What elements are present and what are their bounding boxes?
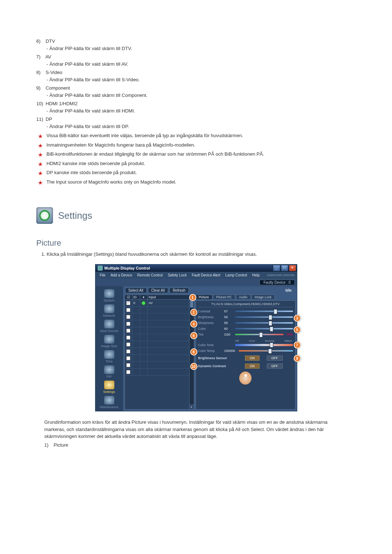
callout-2: 2 [190,309,197,316]
sidebar-item-system[interactable]: System [95,288,123,303]
row-checkbox[interactable] [126,308,130,312]
scroll-down-icon[interactable]: ▾ [189,405,194,409]
brightness-sensor-on[interactable]: ON [245,356,260,361]
tint-left: G50 [224,333,235,336]
list-item: 11) DP- Ändrar PIP-källa för vald skärm … [36,116,356,130]
row-status-icon [142,301,146,305]
callout-3: 3 [294,315,301,322]
sidebar-item-image-size[interactable]: Image Size [95,333,123,349]
slider-sharpness[interactable] [235,322,293,324]
window-titlebar[interactable]: Multiple Display Control _ □ × [95,264,297,272]
slider-color[interactable] [235,328,293,329]
star-icon: ★ [38,151,43,159]
list-item: 10) HDMI 1/HDMI2- Ändrar PIP-källa för v… [36,100,356,114]
sidebar-item-time[interactable]: Time [95,349,123,364]
callout-9: 9 [294,355,301,362]
refresh-button[interactable]: Refresh [170,288,189,293]
note-item: ★BiB-kontrollfunktionen är endast tillgä… [38,151,356,158]
time-icon [104,350,114,359]
tab-image-lock[interactable]: Image Lock [252,295,275,300]
list-number: 8) [36,69,44,76]
list-number: 10) [36,100,44,107]
slider-contrast[interactable] [235,311,293,312]
menu-remote-control[interactable]: Remote Control [135,272,165,278]
note-item: ★Inmatningsenheten för MagicInfo fungera… [38,141,356,149]
slider-value-sharpness: 58 [224,321,235,325]
brightness-sensor-off[interactable]: OFF [267,356,283,361]
grid-header-check[interactable]: ☑ [125,295,132,299]
list-number: 6) [36,38,44,45]
clear-all-button[interactable]: Clear All [148,288,168,293]
list-number: 11) [36,116,44,123]
tab-picture-pc[interactable]: Picture PC [213,295,235,300]
grid-header-input: Input [148,295,194,299]
slider-colortemp[interactable] [239,350,293,352]
row-id: 0 [132,300,140,306]
menu-safety-lock[interactable]: Safety Lock [166,272,189,278]
slider-label-colortemp: Color Temp [198,349,224,353]
expand-arrow-icon[interactable] [239,372,252,385]
note-item: ★Vissa BiB-källor kan eventuellt inte vä… [38,132,356,139]
sidebar-item-network[interactable]: Network [95,303,123,318]
star-icon: ★ [38,169,43,178]
image-size-icon [104,335,114,344]
row-checkbox[interactable] [126,329,130,333]
dynamic-contrast-off[interactable]: OFF [267,364,283,369]
minimize-button[interactable]: _ [273,265,280,271]
star-icon: ★ [38,178,43,187]
menu-lamp-control[interactable]: Lamp Control [223,272,249,278]
row-checkbox[interactable]: ✓ [126,301,130,305]
toggle-label-brightness-sensor: Brightness Sensor [198,356,235,360]
slider-brightness[interactable] [235,316,293,318]
settings-section-icon [36,207,53,224]
select-all-button[interactable]: Select All [125,288,147,293]
slider-colortone[interactable] [235,344,293,346]
row-checkbox[interactable] [126,363,130,367]
callout-10: 10 [190,363,197,370]
list-description: - Ändrar PIP-källa för vald skärm till H… [36,107,356,115]
row-input: AV [148,300,194,306]
menu-file[interactable]: File [98,272,108,278]
row-checkbox[interactable] [126,356,130,360]
mdc-app-window: Multiple Display Control _ □ × File Add … [95,264,297,411]
row-checkbox[interactable] [126,342,130,346]
sidebar-item-maintenance[interactable]: Maintenance [95,394,123,410]
footer-list-number: 1) [44,442,52,448]
menu-help[interactable]: Help [250,272,262,278]
close-button[interactable]: × [289,265,296,271]
picture-panel: TV,AV,S-Video,Component,HDMI1,HDMI2,DTV … [196,300,295,410]
list-title: Component [46,85,70,91]
system-icon [104,289,114,298]
pip-icon [104,365,114,374]
tab-picture[interactable]: Picture [196,295,212,300]
list-title: AV [45,54,51,59]
row-checkbox[interactable] [126,370,130,374]
row-checkbox[interactable] [126,322,130,326]
sidebar-item-pip[interactable]: PIP [95,364,123,379]
grid-row[interactable]: ✓ 0 AV [125,300,194,307]
slider-label-color: Color [198,327,224,331]
menu-add-device[interactable]: Add a Device [109,272,134,278]
list-title: HDMI 1/HDMI2 [46,101,78,106]
row-checkbox[interactable] [126,336,130,340]
list-item: 8) S-Video- Ändrar PIP-källa för vald sk… [36,69,356,83]
list-item: 7) AV- Ändrar PIP-källa för vald skärm t… [36,53,356,67]
maximize-button[interactable]: □ [281,265,288,271]
row-checkbox[interactable] [126,349,130,353]
sidebar-item-input-source[interactable]: Input Source [95,318,123,333]
list-title: DP [46,116,52,122]
sidebar-item-settings[interactable]: Settings [95,379,123,394]
star-icon: ★ [38,132,43,141]
scroll-thumb[interactable] [190,300,193,308]
callout-5: 5 [294,326,301,333]
step-number: 1. [41,251,45,257]
panel-subtitle: TV,AV,S-Video,Component,HDMI1,HDMI2,DTV [198,302,293,307]
row-checkbox[interactable] [126,315,130,319]
slider-tint[interactable] [235,334,283,335]
tab-audio[interactable]: Audio [236,295,251,300]
faulty-device-badge[interactable]: Faulty Device : 0 [260,280,294,285]
menu-fault-alert[interactable]: Fault Device Alert [189,272,222,278]
callout-4: 4 [190,320,197,328]
dynamic-contrast-on[interactable]: ON [245,364,260,369]
menubar: File Add a Device Remote Control Safety … [95,272,297,279]
